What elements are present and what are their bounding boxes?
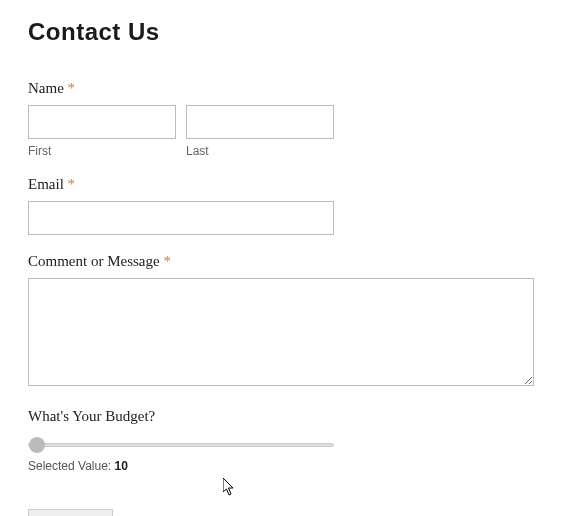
message-label: Comment or Message * bbox=[28, 253, 534, 270]
last-name-sublabel: Last bbox=[186, 144, 334, 158]
budget-label: What's Your Budget? bbox=[28, 408, 534, 425]
name-label: Name * bbox=[28, 80, 534, 97]
name-label-text: Name bbox=[28, 80, 64, 96]
email-label: Email * bbox=[28, 176, 534, 193]
first-name-input[interactable] bbox=[28, 105, 176, 139]
message-label-text: Comment or Message bbox=[28, 253, 160, 269]
name-field-group: Name * First Last bbox=[28, 80, 534, 158]
last-name-col: Last bbox=[186, 105, 334, 158]
submit-button[interactable]: Submit bbox=[28, 509, 113, 516]
budget-selected-value: Selected Value: 10 bbox=[28, 459, 534, 473]
budget-slider-container bbox=[28, 433, 334, 451]
email-input[interactable] bbox=[28, 201, 334, 235]
last-name-input[interactable] bbox=[186, 105, 334, 139]
required-asterisk: * bbox=[68, 176, 76, 192]
first-name-sublabel: First bbox=[28, 144, 176, 158]
email-field-group: Email * bbox=[28, 176, 534, 235]
message-field-group: Comment or Message * bbox=[28, 253, 534, 390]
first-name-col: First bbox=[28, 105, 176, 158]
budget-field-group: What's Your Budget? Selected Value: 10 bbox=[28, 408, 534, 473]
required-asterisk: * bbox=[163, 253, 171, 269]
name-row: First Last bbox=[28, 105, 534, 158]
budget-selected-label: Selected Value: bbox=[28, 459, 115, 473]
message-textarea[interactable] bbox=[28, 278, 534, 386]
budget-slider[interactable] bbox=[28, 443, 334, 447]
budget-selected-number: 10 bbox=[115, 459, 128, 473]
contact-form: Name * First Last Email * Comment or Mes… bbox=[28, 80, 534, 516]
page-title: Contact Us bbox=[28, 18, 534, 46]
email-label-text: Email bbox=[28, 176, 64, 192]
required-asterisk: * bbox=[68, 80, 76, 96]
